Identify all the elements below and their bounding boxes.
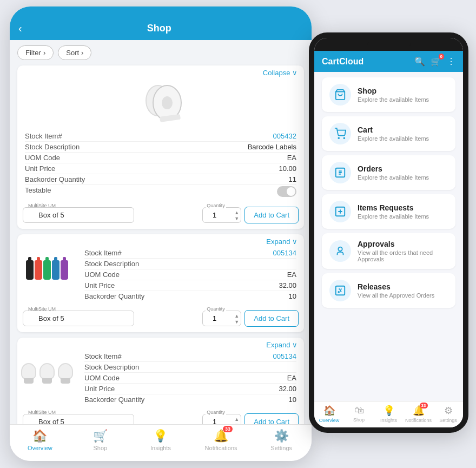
card2-stock-desc-row: Stock Description bbox=[84, 259, 296, 269]
menu-item-approvals[interactable]: Approvals View all the orders that need … bbox=[322, 233, 455, 269]
shop-menu-text: Shop Explore the available Items bbox=[358, 87, 448, 103]
brand-title: CartCloud bbox=[322, 57, 363, 67]
expand-button-2[interactable]: Expand ∨ bbox=[266, 238, 298, 246]
notch-bar bbox=[367, 42, 411, 47]
card1-unit-price-row: Unit Price 10.00 bbox=[25, 163, 296, 174]
r-nav-label-overview: Overview bbox=[319, 418, 340, 423]
collapse-chevron-icon: ∨ bbox=[292, 69, 298, 77]
menu-item-orders[interactable]: Orders Explore the available Items bbox=[322, 155, 455, 190]
nav-item-settings[interactable]: ⚙️ Settings bbox=[251, 429, 312, 451]
r-nav-shop[interactable]: 🛍 Shop bbox=[344, 405, 374, 423]
card1-backorder-row: Backorder Quantity 11 bbox=[25, 174, 296, 185]
card3-top-row: Expand ∨ bbox=[77, 338, 304, 349]
card3-backorder-row: Backorder Quantity 10 bbox=[84, 394, 296, 405]
search-icon[interactable]: 🔍 bbox=[414, 56, 425, 67]
page-title: Shop bbox=[29, 23, 290, 34]
bulb-2 bbox=[39, 363, 55, 384]
nav-item-overview[interactable]: 🏠 Overview bbox=[10, 429, 70, 451]
uom-field-3[interactable] bbox=[23, 414, 134, 424]
home-icon: 🏠 bbox=[32, 429, 47, 443]
bulbs-image bbox=[21, 363, 73, 384]
svg-point-10 bbox=[338, 247, 342, 251]
sort-button[interactable]: Sort › bbox=[58, 45, 91, 60]
card2-details: Stock Item# 005134 Stock Description UOM… bbox=[77, 246, 304, 306]
collapse-button-1[interactable]: Collapse ∨ bbox=[263, 69, 298, 77]
card1-stock-desc-row: Stock Description Barcode Labels bbox=[25, 142, 296, 153]
menu-item-items-requests[interactable]: Items Requests Explore the available Ite… bbox=[322, 194, 455, 229]
releases-menu-sub: View all the Approved Orders bbox=[358, 292, 448, 299]
right-phone-notch bbox=[314, 38, 463, 51]
expand-button-3[interactable]: Expand ∨ bbox=[266, 341, 298, 349]
add-to-cart-button-1[interactable]: Add to Cart bbox=[244, 207, 299, 223]
product-card-2: Expand ∨ Stock Item# 005134 Stock Descri… bbox=[17, 234, 304, 332]
card2-qty-wrapper: Quantity ▲▼ bbox=[202, 311, 241, 326]
bulb-3 bbox=[58, 363, 73, 384]
releases-menu-title: Releases bbox=[358, 282, 448, 291]
left-bottom-nav: 🏠 Overview 🛒 Shop 💡 Insights 🔔 33 Notifi… bbox=[10, 424, 312, 461]
nav-item-shop[interactable]: 🛒 Shop bbox=[70, 429, 131, 451]
card3-details: Stock Item# 005134 Stock Description UOM… bbox=[77, 349, 304, 409]
menu-item-shop[interactable]: Shop Explore the available Items bbox=[322, 77, 455, 112]
card2-collapsed-layout: Expand ∨ Stock Item# 005134 Stock Descri… bbox=[17, 234, 304, 306]
add-to-cart-button-3[interactable]: Add to Cart bbox=[244, 413, 299, 424]
right-phone-header: CartCloud 🔍 🛒 0 ⋮ bbox=[314, 51, 463, 72]
cart-badge: 0 bbox=[439, 54, 444, 60]
product-card-3: Expand ∨ Stock Item# 005134 Stock Descri… bbox=[17, 338, 304, 424]
releases-menu-icon bbox=[329, 280, 351, 301]
expand-chevron-icon-3: ∨ bbox=[292, 341, 298, 349]
card2-top-row: Expand ∨ bbox=[77, 234, 304, 246]
more-icon[interactable]: ⋮ bbox=[447, 56, 455, 67]
orders-menu-icon bbox=[329, 162, 351, 183]
svg-point-12 bbox=[338, 292, 339, 293]
shop-menu-sub: Explore the available Items bbox=[358, 96, 448, 103]
card1-uom-wrapper: MultiSite UM 🔍 bbox=[23, 207, 199, 223]
settings-icon: ⚙️ bbox=[274, 429, 289, 443]
uom-field-2[interactable] bbox=[23, 311, 134, 326]
add-to-cart-button-2[interactable]: Add to Cart bbox=[244, 310, 299, 327]
r-settings-icon: ⚙ bbox=[444, 405, 453, 417]
qty-arrows-1[interactable]: ▲▼ bbox=[234, 209, 239, 221]
product-card-1: Collapse ∨ bbox=[17, 65, 304, 229]
orders-menu-sub: Explore the available Items bbox=[358, 174, 448, 181]
r-nav-notifications[interactable]: 🔔 33 Notifications bbox=[404, 405, 433, 423]
nav-label-settings: Settings bbox=[270, 445, 292, 451]
card2-stock-item-row: Stock Item# 005134 bbox=[84, 248, 296, 259]
r-nav-insights[interactable]: 💡 Insights bbox=[374, 405, 404, 423]
nav-item-insights[interactable]: 💡 Insights bbox=[130, 429, 191, 451]
svg-point-7 bbox=[343, 137, 345, 139]
approvals-menu-text: Approvals View all the orders that need … bbox=[358, 240, 448, 262]
r-nav-label-shop: Shop bbox=[353, 417, 365, 423]
card3-uom-wrapper: MultiSite UM 🔍 bbox=[23, 414, 199, 424]
right-phone: CartCloud 🔍 🛒 0 ⋮ bbox=[309, 32, 468, 433]
card2-uom-wrapper: MultiSite UM 🔍 bbox=[23, 311, 199, 326]
approvals-menu-sub: View all the orders that need Approvals bbox=[358, 249, 448, 262]
card1-uom-code-row: UOM Code EA bbox=[25, 153, 296, 163]
menu-item-releases[interactable]: Releases View all the Approved Orders bbox=[322, 273, 455, 308]
r-nav-settings[interactable]: ⚙ Settings bbox=[433, 405, 463, 423]
filter-button[interactable]: Filter › bbox=[17, 45, 54, 60]
left-phone: ‹ Shop Filter › Sort › Collapse bbox=[10, 6, 312, 461]
qty-arrows-2[interactable]: ▲▼ bbox=[234, 313, 239, 324]
filter-chevron-icon: › bbox=[43, 49, 45, 57]
r-nav-overview[interactable]: 🏠 Overview bbox=[314, 405, 344, 423]
qty-arrows-3[interactable]: ▲▼ bbox=[234, 416, 239, 424]
items-requests-menu-icon bbox=[329, 201, 351, 222]
menu-item-cart[interactable]: Cart Explore the available Items bbox=[322, 116, 455, 151]
card3-unit-price-row: Unit Price 32.00 bbox=[84, 384, 296, 394]
r-notifications-badge-wrap: 🔔 33 bbox=[413, 405, 425, 417]
orders-menu-title: Orders bbox=[358, 164, 448, 173]
r-shop-icon: 🛍 bbox=[354, 405, 364, 416]
back-button[interactable]: ‹ bbox=[18, 22, 22, 35]
uom-field-1[interactable] bbox=[23, 207, 134, 223]
insights-icon: 💡 bbox=[153, 429, 168, 443]
svg-point-3 bbox=[162, 96, 173, 109]
nav-item-notifications[interactable]: 🔔 33 Notifications bbox=[191, 429, 252, 451]
nav-label-shop: Shop bbox=[94, 445, 108, 451]
label-rolls-image bbox=[128, 82, 193, 126]
approvals-menu-icon bbox=[329, 240, 351, 262]
testable-toggle[interactable] bbox=[277, 186, 296, 197]
r-insights-icon: 💡 bbox=[383, 405, 395, 417]
right-phone-content: Shop Explore the available Items Cart Ex… bbox=[314, 72, 463, 401]
cart-icon[interactable]: 🛒 0 bbox=[431, 56, 441, 67]
svg-point-6 bbox=[338, 137, 339, 139]
